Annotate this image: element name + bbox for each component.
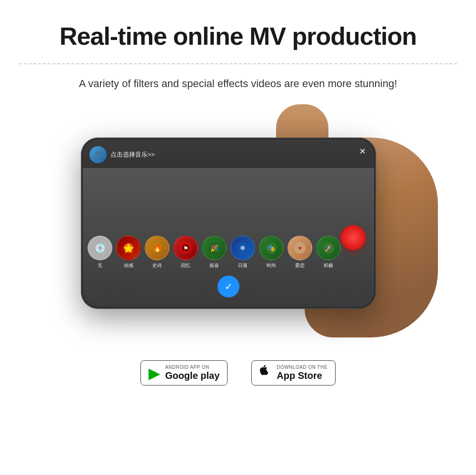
filter-item-dynamic[interactable]: 动感 (116, 236, 141, 269)
filter-item-epic[interactable]: 🔥 史诗 (145, 236, 169, 269)
filter-label-none: 无 (98, 262, 102, 269)
svg-text:♥: ♥ (298, 245, 302, 252)
filter-item-fashion[interactable]: 🎭 时尚 (259, 236, 284, 269)
confirm-button[interactable]: ✓ (218, 276, 239, 297)
filter-item-love[interactable]: ♥ 爱恋 (288, 236, 312, 269)
phone-scene: 🎵 点击选择音乐>> × 💿 无 (52, 109, 424, 342)
filter-circle-none: 💿 (88, 236, 112, 260)
filter-circle-love: ♥ (288, 236, 312, 260)
filter-item-none[interactable]: 💿 无 (88, 236, 112, 269)
filter-label-fashion: 时尚 (267, 262, 276, 269)
google-play-icon: ▶ (149, 366, 160, 381)
google-play-big-text: Google play (165, 370, 219, 381)
svg-text:⚑: ⚑ (183, 245, 188, 252)
svg-text:🔥: 🔥 (153, 244, 162, 252)
music-icon: 🎵 (89, 146, 107, 163)
filter-circle-memory: ⚑ (173, 236, 198, 260)
google-play-small-text: ANDROID APP ON (165, 365, 219, 370)
filter-circle-dynamic (116, 236, 141, 260)
filter-label-vibrate: 振奋 (209, 262, 219, 269)
filter-label-epic: 史诗 (152, 262, 162, 269)
page-container: Real-time online MV production A variety… (0, 0, 476, 475)
filter-label-positive: 积极 (324, 262, 333, 269)
filter-circle-positive: 🚀 (316, 236, 341, 260)
filter-label-dynamic: 动感 (124, 262, 133, 269)
close-button[interactable]: × (359, 146, 366, 157)
google-play-button[interactable]: ▶ ANDROID APP ON Google play (140, 360, 228, 386)
phone-screen: 🎵 点击选择音乐>> × 💿 无 (83, 139, 374, 307)
app-store-big-text: App Store (277, 370, 327, 381)
filter-circle-fashion: 🎭 (259, 236, 284, 260)
confirm-icon: ✓ (225, 281, 233, 292)
google-play-text: ANDROID APP ON Google play (165, 365, 219, 381)
page-subtitle: A variety of filters and special effects… (79, 78, 397, 90)
app-store-button[interactable]: Download on the App Store (251, 360, 336, 386)
filter-circle-vibrate: 🎉 (202, 236, 227, 260)
screen-content: 🎵 点击选择音乐>> × 💿 无 (83, 139, 374, 307)
filter-circle-epic: 🔥 (145, 236, 169, 260)
filter-row: 💿 无 动感 (88, 236, 369, 269)
svg-text:🎭: 🎭 (268, 244, 276, 252)
apple-icon (259, 365, 272, 381)
app-store-text: Download on the App Store (277, 365, 327, 381)
svg-text:❄: ❄ (240, 244, 246, 252)
music-bar[interactable]: 🎵 点击选择音乐>> (89, 146, 155, 163)
filter-label-love: 爱恋 (295, 262, 305, 269)
filter-item-positive[interactable]: 🚀 积极 (316, 236, 341, 269)
filter-label-sunset: 日落 (238, 262, 248, 269)
app-store-small-text: Download on the (277, 365, 327, 370)
section-divider (19, 63, 457, 64)
filter-label-memory: 回忆 (181, 262, 190, 269)
filter-item-sunset[interactable]: ❄ 日落 (230, 236, 255, 269)
store-buttons-container: ▶ ANDROID APP ON Google play Download on… (140, 360, 336, 386)
page-title: Real-time online MV production (60, 23, 416, 50)
filter-item-vibrate[interactable]: 🎉 振奋 (202, 236, 227, 269)
music-text: 点击选择音乐>> (110, 150, 155, 159)
filter-item-memory[interactable]: ⚑ 回忆 (173, 236, 198, 269)
svg-text:🚀: 🚀 (325, 244, 333, 252)
svg-text:🎉: 🎉 (210, 244, 219, 252)
filter-circle-sunset: ❄ (230, 236, 255, 260)
phone-frame: 🎵 点击选择音乐>> × 💿 无 (81, 138, 376, 309)
